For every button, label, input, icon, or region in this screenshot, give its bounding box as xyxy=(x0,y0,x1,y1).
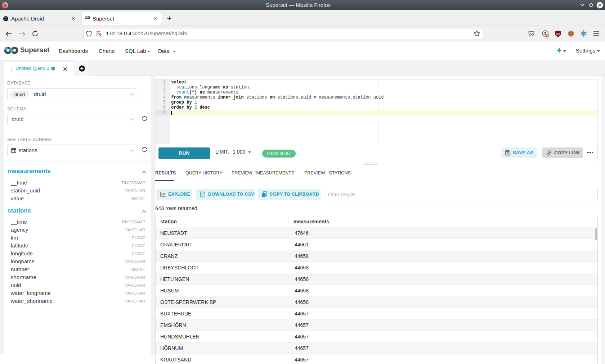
svg-text:uO: uO xyxy=(556,32,560,36)
